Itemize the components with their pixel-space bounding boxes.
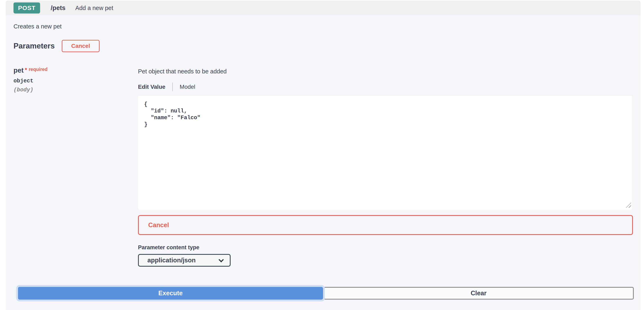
- parameter-location: (body): [14, 87, 48, 93]
- execute-button[interactable]: Execute: [18, 287, 323, 300]
- tab-model[interactable]: Model: [180, 84, 195, 90]
- parameter-info-column: pet*required object (body): [14, 66, 48, 93]
- required-label: required: [28, 67, 48, 72]
- parameter-description: Pet object that needs to be added: [138, 68, 633, 75]
- chevron-down-icon: [218, 257, 224, 262]
- content-type-selected-value: application/json: [148, 257, 196, 264]
- cancel-edit-button[interactable]: Cancel: [138, 215, 633, 235]
- parameter-type: object: [14, 78, 48, 84]
- endpoint-summary: Add a new pet: [75, 5, 113, 12]
- body-editor-tabs: Edit Value Model: [138, 82, 633, 91]
- http-method-badge: POST: [14, 2, 40, 14]
- required-asterisk: *: [25, 67, 27, 73]
- tab-divider: [172, 82, 173, 91]
- operation-summary-bar[interactable]: POST /pets Add a new pet: [6, 0, 640, 15]
- parameters-title: Parameters: [14, 42, 55, 50]
- endpoint-description: Creates a new pet: [14, 23, 62, 30]
- cancel-try-it-out-button[interactable]: Cancel: [62, 40, 100, 52]
- parameter-value-column: Pet object that needs to be added Edit V…: [138, 68, 633, 267]
- endpoint-path: /pets: [51, 4, 66, 12]
- tab-edit-value[interactable]: Edit Value: [138, 84, 166, 90]
- content-type-label: Parameter content type: [138, 244, 633, 251]
- parameter-name-row: pet*required: [14, 66, 48, 74]
- execute-actions-row: Execute Clear: [18, 287, 634, 300]
- parameters-header: Parameters Cancel: [14, 40, 100, 52]
- operation-block-post-pets: POST /pets Add a new pet Creates a new p…: [6, 0, 640, 310]
- request-body-textarea[interactable]: { "id": null, "name": "Falco" }: [138, 96, 632, 210]
- clear-button[interactable]: Clear: [324, 287, 634, 300]
- body-editor-container: { "id": null, "name": "Falco" }: [138, 96, 633, 210]
- content-type-select[interactable]: application/json: [138, 254, 230, 267]
- parameter-name: pet: [14, 66, 24, 74]
